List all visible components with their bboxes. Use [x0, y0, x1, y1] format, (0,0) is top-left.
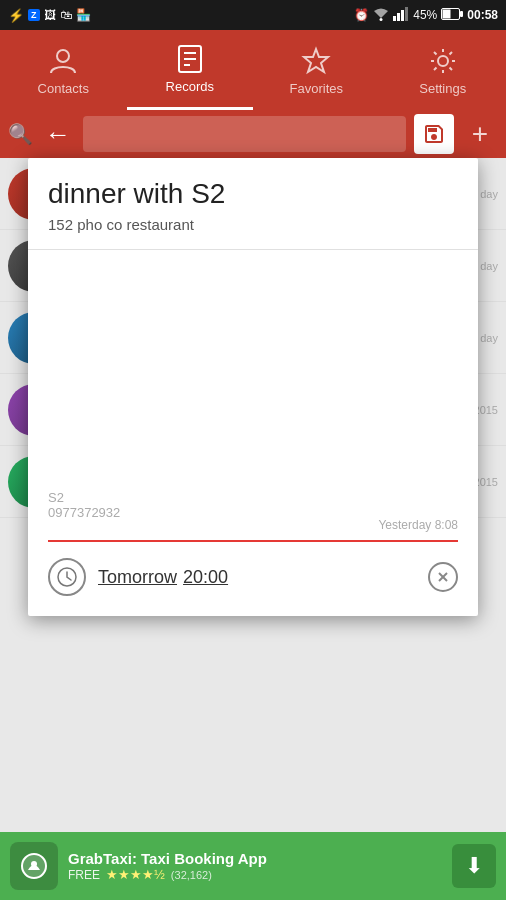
- battery-text: 45%: [413, 8, 437, 22]
- clock-icon: [48, 558, 86, 596]
- tab-records-label: Records: [166, 79, 214, 94]
- svg-point-0: [380, 18, 383, 21]
- alarm-icon: ⏰: [354, 8, 369, 22]
- svg-rect-2: [397, 13, 400, 21]
- tab-contacts[interactable]: Contacts: [0, 30, 127, 110]
- status-bar: ⚡ Z 🖼 🛍 🏪 ⏰ 45%: [0, 0, 506, 30]
- note-title: dinner with S2: [28, 158, 478, 216]
- grabtaxi-icon: [18, 850, 50, 882]
- add-button[interactable]: +: [462, 116, 498, 152]
- note-modal: dinner with S2 152 pho co restaurant S2 …: [28, 158, 478, 616]
- contact-info: S2 0977372932: [48, 490, 120, 520]
- ad-stars: ★★★★½: [106, 867, 165, 882]
- tab-records[interactable]: Records: [127, 30, 254, 110]
- tab-settings-label: Settings: [419, 81, 466, 96]
- signal-icon: [393, 7, 409, 24]
- clock-status: 00:58: [467, 8, 498, 22]
- ad-text: GrabTaxi: Taxi Booking App FREE ★★★★½ (3…: [68, 850, 442, 882]
- battery-icon: [441, 8, 463, 23]
- back-button[interactable]: ←: [41, 117, 75, 151]
- svg-point-13: [438, 56, 448, 66]
- tab-contacts-label: Contacts: [38, 81, 89, 96]
- back-arrow-icon: ←: [45, 121, 71, 147]
- bag-icon: 🛍: [60, 8, 72, 22]
- nav-tabs: Contacts Records Favorites Settings: [0, 30, 506, 110]
- svg-point-8: [57, 50, 69, 62]
- status-left-icons: ⚡ Z 🖼 🛍 🏪: [8, 8, 91, 23]
- svg-rect-4: [405, 7, 408, 21]
- contact-row: S2 0977372932 Yesterday 8:08: [48, 490, 458, 542]
- zalo-icon: Z: [28, 9, 40, 21]
- status-right-icons: ⏰ 45% 00:58: [354, 7, 498, 24]
- ad-icon: [10, 842, 58, 890]
- usb-icon: ⚡: [8, 8, 24, 23]
- wifi-icon: [373, 7, 389, 24]
- reminder-time: Tomorrow 20:00: [98, 567, 416, 588]
- close-reminder-button[interactable]: [428, 562, 458, 592]
- toolbar: 🔍 ← +: [0, 110, 506, 158]
- svg-rect-7: [460, 11, 463, 17]
- ad-banner: GrabTaxi: Taxi Booking App FREE ★★★★½ (3…: [0, 832, 506, 900]
- svg-rect-1: [393, 16, 396, 21]
- photo-icon: 🖼: [44, 8, 56, 22]
- timestamp: Yesterday 8:08: [378, 518, 458, 532]
- ad-free-label: FREE: [68, 868, 100, 882]
- search-input[interactable]: [83, 116, 406, 152]
- tab-settings[interactable]: Settings: [380, 30, 507, 110]
- reminder-hour[interactable]: 20:00: [183, 567, 228, 588]
- reminder-row: Tomorrow 20:00: [48, 558, 458, 596]
- reminder-day[interactable]: Tomorrow: [98, 567, 177, 588]
- shop-icon: 🏪: [76, 8, 91, 22]
- modal-body: [28, 250, 478, 490]
- ad-reviews: (32,162): [171, 869, 212, 881]
- tab-favorites[interactable]: Favorites: [253, 30, 380, 110]
- svg-point-18: [31, 861, 37, 867]
- svg-rect-3: [401, 10, 404, 21]
- modal-footer: S2 0977372932 Yesterday 8:08 Tomorrow 20…: [28, 490, 478, 596]
- svg-rect-6: [443, 9, 451, 18]
- tab-favorites-label: Favorites: [290, 81, 343, 96]
- note-subtitle: 152 pho co restaurant: [28, 216, 478, 250]
- save-button[interactable]: [414, 114, 454, 154]
- download-icon: ⬇: [465, 853, 483, 879]
- save-icon: [422, 122, 446, 146]
- ad-title: GrabTaxi: Taxi Booking App: [68, 850, 442, 867]
- contact-phone: 0977372932: [48, 505, 120, 520]
- download-button[interactable]: ⬇: [452, 844, 496, 888]
- contact-name: S2: [48, 490, 120, 505]
- search-icon: 🔍: [8, 122, 33, 146]
